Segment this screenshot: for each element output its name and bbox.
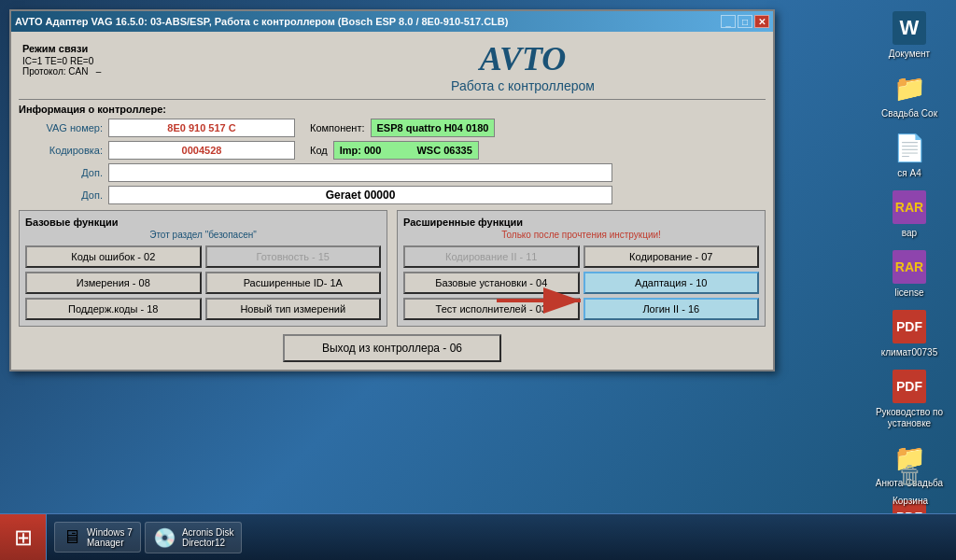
desktop-icon-trash[interactable]: 🗑 Корзина <box>868 455 952 509</box>
desktop-icon-climate[interactable]: PDF климат00735 <box>867 306 951 360</box>
functions-container: Базовые функции Этот раздел "безопасен" … <box>19 210 766 327</box>
info-row-vag: VAG номер: 8E0 910 517 C Компонент: ESP8… <box>19 119 766 137</box>
start-button[interactable]: ⊞ <box>0 514 47 561</box>
basic-title: Базовые функции <box>25 217 381 228</box>
vag-label: VAG номер: <box>19 122 103 133</box>
kod-field: Imp: 000 WSC 06335 <box>333 141 479 160</box>
minimize-button[interactable]: _ <box>721 15 736 28</box>
window-title: AVTO Адаптер VAG 16.5.0: 03-ABS/ESP, Раб… <box>15 16 721 27</box>
word-icon: W <box>891 9 928 47</box>
support-codes-btn[interactable]: Поддерж.коды - 18 <box>25 298 202 320</box>
desktop-icon-document[interactable]: W Документ <box>867 7 951 62</box>
var-icon-label: вар <box>902 228 917 239</box>
windows7-label: Windows 7Manager <box>87 527 133 548</box>
basic-btn-grid: Коды ошибок - 02 Готовность - 15 Измерен… <box>25 245 381 320</box>
info-row-dop1: Доп. <box>19 163 766 182</box>
basic-settings-btn[interactable]: Базовые установки - 04 <box>403 272 580 294</box>
dop2-label: Доп. <box>19 189 103 201</box>
exit-btn[interactable]: Выход из контроллера - 06 <box>283 334 501 362</box>
comp-field: ESP8 quattro H04 0180 <box>371 119 496 137</box>
license-icon: RAR <box>891 248 928 286</box>
comp-label: Компонент: <box>310 122 365 133</box>
coding2-btn[interactable]: Кодирование II - 11 <box>403 245 580 268</box>
acronis-label: Acronis DiskDirector12 <box>182 527 234 548</box>
dop1-label: Доп. <box>19 167 103 178</box>
test-executors-btn[interactable]: Тест исполнителей - 03 <box>403 298 580 320</box>
coding-field[interactable]: 0004528 <box>108 141 295 160</box>
mode-ic: IC=1 TE=0 RE=0 <box>22 56 276 66</box>
login2-btn[interactable]: Логин II - 16 <box>583 298 760 320</box>
info-row-coding: Кодировка: 0004528 Код Imp: 000 WSC 0633… <box>19 141 766 160</box>
info-title: Информация о контроллере: <box>19 104 766 115</box>
desktop-icons: W Документ 📁 Свадьба Сок 📄 ся А4 RAR вар… <box>863 0 956 532</box>
top-section: Режим связи IC=1 TE=0 RE=0 Протокол: CAN… <box>19 39 766 93</box>
app-content: Режим связи IC=1 TE=0 RE=0 Протокол: CAN… <box>11 32 773 370</box>
document-icon-label: Документ <box>889 49 930 60</box>
info-section: Информация о контроллере: VAG номер: 8E0… <box>19 104 766 204</box>
trash-icon: 🗑 <box>892 456 929 494</box>
acronis-icon: 💿 <box>153 526 176 549</box>
adaptation-btn[interactable]: Адаптация - 10 <box>583 272 760 294</box>
maximize-button[interactable]: □ <box>738 15 752 28</box>
taskbar-items: 🖥 Windows 7Manager 💿 Acronis DiskDirecto… <box>47 522 956 553</box>
a4-icon: 📄 <box>891 129 928 166</box>
climate-icon-label: климат00735 <box>881 347 938 358</box>
desktop: AVTO Адаптер VAG 16.5.0: 03-ABS/ESP, Раб… <box>0 0 956 560</box>
wedding-icon-label: Свадьба Сок <box>881 108 937 119</box>
desktop-icon-var[interactable]: RAR вар <box>867 187 951 241</box>
trash-icon-label: Корзина <box>893 496 928 507</box>
error-codes-btn[interactable]: Коды ошибок - 02 <box>25 245 202 268</box>
a4-icon-label: ся А4 <box>897 168 921 179</box>
guide-icon-label: Руководство по установке <box>869 407 949 429</box>
taskbar: ⊞ 🖥 Windows 7Manager 💿 Acronis DiskDirec… <box>0 513 956 560</box>
extended-id-btn[interactable]: Расширенные ID- 1A <box>205 272 382 294</box>
kod-label: Код <box>310 145 328 156</box>
desktop-icon-a4[interactable]: 📄 ся А4 <box>867 127 951 181</box>
title-bar-buttons: _ □ ✕ <box>721 15 769 28</box>
folder-icon: 📁 <box>891 69 928 106</box>
taskbar-item-acronis[interactable]: 💿 Acronis DiskDirector12 <box>145 522 243 553</box>
extended-subtitle: Только после прочтения инструкции! <box>403 230 759 240</box>
title-bar: AVTO Адаптер VAG 16.5.0: 03-ABS/ESP, Раб… <box>11 11 773 32</box>
taskbar-item-windows7[interactable]: 🖥 Windows 7Manager <box>54 522 141 553</box>
desktop-icon-guide[interactable]: PDF Руководство по установке <box>867 366 951 431</box>
basic-functions-section: Базовые функции Этот раздел "безопасен" … <box>19 210 387 327</box>
vag-field[interactable]: 8E0 910 517 C <box>108 119 295 137</box>
guide-icon: PDF <box>891 368 928 405</box>
mode-title: Режим связи <box>22 43 276 54</box>
measurements-btn[interactable]: Измерения - 08 <box>25 272 202 294</box>
basic-subtitle: Этот раздел "безопасен" <box>25 230 381 240</box>
var-icon: RAR <box>891 189 928 226</box>
extended-functions-section: Расширенные функции Только после прочтен… <box>397 210 766 327</box>
avto-title: AVTO <box>480 39 567 78</box>
readiness-btn[interactable]: Готовность - 15 <box>205 245 382 268</box>
center-title: AVTO Работа с контроллером <box>280 39 766 93</box>
coding-label: Кодировка: <box>19 145 103 156</box>
dop2-field: Geraet 00000 <box>108 186 612 204</box>
avto-subtitle: Работа с контроллером <box>451 78 595 93</box>
info-row-dop2: Доп. Geraet 00000 <box>19 186 766 204</box>
desktop-icon-wedding[interactable]: 📁 Свадьба Сок <box>867 67 951 121</box>
coding-btn[interactable]: Кодирование - 07 <box>583 245 760 268</box>
start-icon: ⊞ <box>14 525 33 551</box>
app-window: AVTO Адаптер VAG 16.5.0: 03-ABS/ESP, Раб… <box>9 9 775 371</box>
close-button[interactable]: ✕ <box>754 15 769 28</box>
extended-title: Расширенные функции <box>403 217 759 228</box>
license-icon-label: license <box>894 287 923 299</box>
extended-btn-grid: Кодирование II - 11 Кодирование - 07 Баз… <box>403 245 759 320</box>
exit-section: Выход из контроллера - 06 <box>19 334 766 362</box>
mode-protocol: Протокол: CAN – <box>22 66 276 77</box>
windows7-icon: 🖥 <box>63 526 81 548</box>
new-measurements-btn[interactable]: Новый тип измерений <box>205 298 382 320</box>
dop1-field <box>108 163 612 182</box>
climate-icon: PDF <box>891 308 928 345</box>
desktop-icon-license[interactable]: RAR license <box>867 246 951 301</box>
left-info: Режим связи IC=1 TE=0 RE=0 Протокол: CAN… <box>19 39 280 93</box>
